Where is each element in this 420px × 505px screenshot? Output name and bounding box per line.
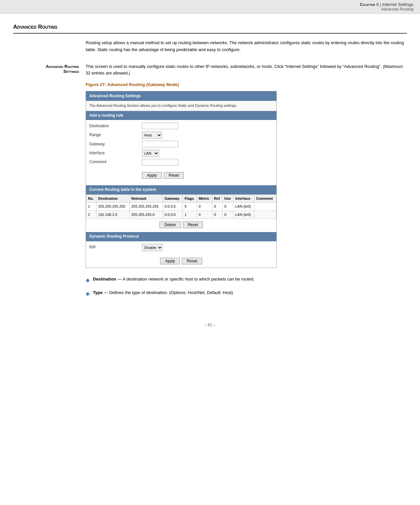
destination-row: Destination	[89, 123, 273, 130]
table-cell: 255.255.255.0	[129, 211, 163, 219]
section-title-text: Advanced Routing	[13, 24, 57, 30]
table-cell: 0	[222, 211, 234, 219]
table-cell: 0	[222, 203, 234, 211]
range-select[interactable]: Host Net Default	[142, 132, 162, 139]
gateway-row: Gateway	[89, 141, 273, 148]
bullet-list: ◆ Destination — A destination network or…	[86, 276, 407, 298]
col-netmask: Netmask	[129, 194, 163, 203]
col-gateway: Gateway	[163, 194, 183, 203]
routing-box-header: Advanced Routing Settings	[86, 91, 276, 101]
dynamic-form: RIP Disable Enable	[86, 241, 276, 256]
footer-text: – 61 –	[205, 323, 215, 327]
table-cell: 5	[183, 203, 197, 211]
col-ref: Ref	[212, 194, 222, 203]
table-cell: 192.168.2.0	[96, 211, 129, 219]
form-reset-button[interactable]: Reset	[164, 172, 184, 179]
chapter-info: Chapter 6 | Internet Settings	[360, 2, 413, 7]
settings-label: Advanced Routing Settings	[13, 63, 79, 268]
form-buttons: Apply Reset	[86, 170, 276, 182]
range-row: Range Host Net Default	[89, 132, 273, 139]
bullet-text: Destination — A destination network or s…	[93, 276, 255, 284]
form-apply-button[interactable]: Apply	[142, 172, 162, 179]
page-footer: – 61 –	[0, 316, 420, 334]
table-cell: 0	[197, 203, 212, 211]
settings-block: Advanced Routing Settings This screen is…	[13, 63, 407, 268]
col-comment: Comment	[254, 194, 276, 203]
col-flags: Flags	[183, 194, 197, 203]
destination-input-wrap	[142, 123, 178, 130]
table-cell: 0	[197, 211, 212, 219]
rip-label: RIP	[89, 244, 142, 251]
dynamic-apply-button[interactable]: Apply	[160, 258, 180, 264]
dynamic-buttons: Apply Reset	[86, 256, 276, 268]
table-cell: LAN (br0)	[234, 211, 254, 219]
table-cell: 255.255.255.255	[129, 203, 163, 211]
table-row: 2192.168.2.0255.255.255.00.0.0.01000LAN …	[86, 211, 276, 219]
settings-description: This screen is used to manually configur…	[86, 63, 407, 77]
table-cell: 1	[183, 211, 197, 219]
gateway-label: Gateway	[89, 141, 142, 147]
chapter-topic: Internet Settings	[382, 2, 413, 7]
page-content: Advanced Routing Routing setup allows a …	[0, 14, 420, 316]
table-cell: 0	[212, 203, 222, 211]
col-destination: Destination	[96, 194, 129, 203]
bullet-text: Type — Defines the type of destination. …	[93, 289, 233, 298]
col-no: No.	[86, 194, 97, 203]
routing-box-desc: The Advanced Routing Section allows you …	[86, 101, 276, 111]
gateway-input[interactable]	[142, 141, 178, 147]
table-cell: 1	[86, 203, 97, 211]
table-buttons: Delete Reset	[86, 219, 276, 231]
rip-row: RIP Disable Enable	[89, 244, 273, 251]
chapter-number: 6	[376, 2, 378, 7]
interface-select[interactable]: LAN WAN	[142, 150, 159, 157]
figure-title: Figure 27: Advanced Routing (Gateway Mod…	[86, 81, 407, 88]
section-description: Routing setup allows a manual method to …	[86, 40, 407, 53]
page-header: Chapter 6 | Internet Settings Advanced R…	[0, 0, 420, 14]
col-metric: Metric	[197, 194, 212, 203]
settings-content: This screen is used to manually configur…	[86, 63, 407, 268]
table-cell: LAN (br0)	[234, 203, 254, 211]
table-cell	[254, 203, 276, 211]
bullet-diamond: ◆	[86, 290, 90, 298]
comment-label: Comment	[89, 159, 142, 165]
dynamic-header: Dynamic Routing Protocol	[86, 232, 276, 241]
gateway-input-wrap	[142, 141, 178, 148]
bullet-diamond: ◆	[86, 276, 90, 284]
rip-input-wrap: Disable Enable	[142, 244, 163, 251]
destination-label: Destination	[89, 123, 142, 129]
chapter-subtopic: Advanced Routing	[360, 7, 413, 12]
table-cell: 0.0.0.0	[163, 203, 183, 211]
col-use: Use	[222, 194, 234, 203]
range-label: Range	[89, 132, 142, 138]
section-title: Advanced Routing	[13, 24, 407, 34]
rip-select[interactable]: Disable Enable	[142, 244, 163, 251]
range-input-wrap: Host Net Default	[142, 132, 162, 139]
comment-row: Comment	[89, 159, 273, 166]
chapter-label: Chapter	[360, 2, 375, 7]
comment-input[interactable]	[142, 159, 178, 165]
table-delete-button[interactable]: Delete	[159, 222, 181, 228]
table-row: 1255.255.255.255255.255.255.2550.0.0.050…	[86, 203, 276, 211]
table-reset-button[interactable]: Reset	[183, 222, 203, 228]
table-cell: 0	[212, 211, 222, 219]
routing-table-section: Current Routing table in the system No. …	[86, 185, 276, 231]
add-rule-header: Add a routing rule	[86, 111, 276, 120]
bullet-item: ◆ Destination — A destination network or…	[86, 276, 407, 284]
table-cell: 0.0.0.0	[163, 211, 183, 219]
interface-label: Interface	[89, 150, 142, 156]
table-cell: 255.255.255.255	[96, 203, 129, 211]
routing-form: Destination Range Host Net Default	[86, 120, 276, 170]
interface-row: Interface LAN WAN	[89, 150, 273, 157]
table-cell	[254, 211, 276, 219]
dynamic-section: Dynamic Routing Protocol RIP Disable Ena…	[86, 232, 276, 267]
routing-box: Advanced Routing Settings The Advanced R…	[86, 91, 277, 268]
comment-input-wrap	[142, 159, 178, 166]
chapter-pipe: |	[380, 2, 381, 7]
table-cell: 2	[86, 211, 97, 219]
bullet-item: ◆ Type — Defines the type of destination…	[86, 289, 407, 298]
destination-input[interactable]	[142, 123, 178, 129]
dynamic-reset-button[interactable]: Reset	[182, 258, 202, 264]
routing-table: No. Destination Netmask Gateway Flags Me…	[86, 194, 276, 219]
table-section-header: Current Routing table in the system	[86, 185, 276, 194]
col-interface: Interface	[234, 194, 254, 203]
